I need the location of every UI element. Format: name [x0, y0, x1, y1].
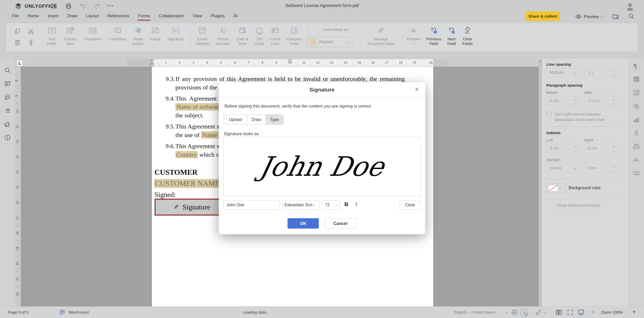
background-color-picker[interactable] — [546, 183, 565, 193]
form-field-settings-icon[interactable] — [633, 170, 640, 177]
spinner-arrows-icon[interactable] — [613, 71, 615, 76]
tab-insert[interactable]: Insert — [48, 13, 58, 18]
indent-left-spinner[interactable]: 0 cm — [546, 144, 579, 153]
special-select[interactable]: (none) — [546, 163, 579, 173]
spinner-arrows-icon[interactable] — [613, 147, 615, 152]
spinner-arrows-icon[interactable] — [613, 99, 615, 104]
document-language-globe-icon[interactable] — [511, 309, 518, 316]
tab-view[interactable]: View — [193, 13, 202, 18]
feedback-megaphone-icon[interactable] — [4, 121, 11, 128]
chart-settings-icon[interactable] — [633, 116, 640, 123]
previous-field-button[interactable]: PreviousField — [424, 26, 444, 46]
tab-plugins[interactable]: Plugins — [211, 13, 225, 18]
indent-right-spinner[interactable]: 0 cm — [584, 144, 617, 153]
cancel-button[interactable]: Cancel — [324, 218, 356, 229]
chat-icon[interactable] — [4, 94, 11, 101]
line-spacing-amount-spinner[interactable]: 1.1 — [584, 68, 617, 77]
share-collect-button[interactable]: Share & collect — [526, 11, 560, 21]
signature-font-select[interactable]: Edwardian Script — [282, 200, 320, 210]
tab-draw[interactable]: Draw — [247, 115, 266, 124]
radio-button-button[interactable]: RadioButton — [129, 26, 148, 46]
customer-name-field[interactable]: CUSTOMER NAME — [154, 179, 221, 188]
right-indent-marker[interactable] — [429, 61, 433, 66]
format-painter-icon[interactable] — [28, 39, 34, 46]
about-info-icon[interactable] — [4, 134, 11, 141]
dropdown-button[interactable]: Dropdown — [80, 26, 105, 41]
italic-toggle[interactable]: I — [355, 201, 357, 208]
language-selector[interactable]: English – United States — [454, 310, 495, 315]
avatar[interactable] — [625, 2, 635, 11]
bold-toggle[interactable]: B — [344, 201, 348, 207]
indent-markers[interactable] — [150, 59, 154, 67]
zoom-level[interactable]: Zoom 100% — [601, 310, 623, 315]
line-spacing-select[interactable]: Multiple — [546, 68, 579, 77]
image-settings-icon[interactable] — [633, 89, 640, 96]
spell-check-icon[interactable]: A — [521, 309, 528, 316]
mail-merge-settings-icon[interactable] — [633, 143, 640, 150]
complex-field-button[interactable]: ComplexField — [283, 26, 305, 46]
tab-collaboration[interactable]: Collaboration — [159, 13, 184, 18]
role-selector[interactable]: Anyone — [307, 37, 353, 47]
special-amount-spinner[interactable]: 0 cm — [584, 163, 617, 173]
tab-references[interactable]: References — [107, 13, 129, 18]
table-settings-icon[interactable] — [633, 76, 640, 83]
zoom-in-button[interactable]: + — [632, 308, 636, 315]
word-count-button[interactable]: Word count — [68, 310, 89, 315]
signature-settings-icon[interactable] — [633, 156, 640, 163]
zip-code-button[interactable]: ZIP ZIPCode — [251, 26, 268, 46]
tab-home[interactable]: Home — [28, 13, 39, 18]
phone-number-button[interactable]: PhoneNumber — [213, 26, 233, 46]
tab-stop-selector[interactable]: L — [16, 60, 23, 67]
tab-file[interactable]: File — [12, 13, 19, 18]
tab-layout[interactable]: Layout — [86, 13, 99, 18]
two-page-view-icon[interactable] — [555, 309, 562, 316]
signature-form-field[interactable]: ✎ Signature — [155, 199, 229, 215]
credit-card-button[interactable]: CreditCard — [267, 26, 283, 46]
search-header-icon[interactable] — [628, 13, 634, 19]
shape-settings-icon[interactable] — [633, 103, 640, 110]
vertical-scrollbar[interactable] — [539, 59, 542, 306]
clear-signature-button[interactable]: Clear — [400, 200, 421, 210]
page-indicator[interactable]: Page 5 of 5 — [8, 310, 28, 315]
paragraph-settings-icon[interactable]: ¶ — [633, 63, 637, 70]
spinner-arrows-icon[interactable] — [575, 147, 576, 152]
show-advanced-settings-link[interactable]: Show advanced settings — [557, 203, 600, 208]
image-button[interactable]: Image — [148, 26, 163, 41]
next-field-button[interactable]: NextField — [444, 26, 460, 46]
tab-draw[interactable]: Draw — [67, 13, 77, 18]
tab-forms-active[interactable]: Forms — [138, 13, 150, 18]
clear-fields-button[interactable]: ClearFields — [460, 26, 476, 46]
text-art-settings-icon[interactable] — [633, 130, 640, 137]
signature-name-input[interactable]: John Doe — [223, 200, 280, 210]
no-interval-checkbox[interactable] — [546, 111, 552, 117]
ruler-column-marker[interactable] — [288, 59, 292, 63]
email-address-button[interactable]: EmailAddress — [191, 26, 213, 46]
comments-icon[interactable] — [4, 80, 11, 87]
signature-button[interactable]: Signature — [164, 26, 188, 41]
horizontal-ruler[interactable]: 12345678910111213141516171819 — [127, 59, 448, 66]
search-icon[interactable] — [4, 67, 11, 74]
date-time-button[interactable]: Date &Time — [233, 26, 252, 46]
tab-upload[interactable]: Upload — [224, 115, 247, 124]
manage-recipient-roles-button[interactable]: ManageRecipient Roles — [363, 26, 399, 46]
zoom-out-button[interactable]: − — [591, 309, 594, 315]
tab-ai[interactable]: AI — [234, 13, 238, 18]
checkbox-button[interactable]: Checkbox — [106, 26, 129, 41]
ink-draw-icon[interactable] — [535, 309, 541, 316]
copy-icon[interactable] — [14, 28, 21, 34]
open-file-location-icon[interactable] — [612, 13, 619, 20]
cut-icon[interactable] — [28, 28, 34, 34]
tab-type-active[interactable]: Type — [266, 115, 283, 124]
spinner-arrows-icon[interactable] — [575, 99, 576, 104]
preview-fields-button[interactable]: Preview — [404, 26, 423, 46]
ok-button[interactable]: OK — [288, 218, 319, 229]
spacing-after-spinner[interactable]: 0.5 cm — [584, 96, 617, 105]
paste-icon[interactable] — [14, 39, 21, 46]
combo-box-button[interactable]: ComboBox — [61, 26, 79, 46]
spinner-arrows-icon[interactable] — [613, 166, 615, 171]
navigation-headings-icon[interactable] — [4, 107, 11, 114]
dialog-header[interactable]: Signature ✕ — [219, 82, 425, 97]
close-icon[interactable]: ✕ — [415, 86, 419, 93]
fit-page-icon[interactable] — [567, 309, 573, 316]
fit-width-icon[interactable] — [578, 309, 584, 316]
